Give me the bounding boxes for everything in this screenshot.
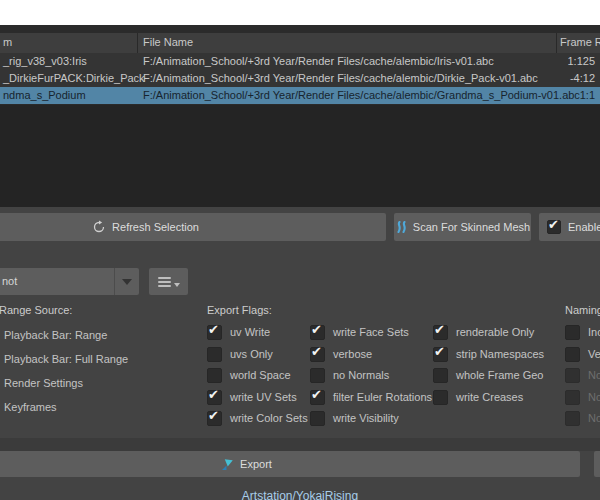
cell-file-name: F:/Animation_School/+3rd Year/Render Fil…: [143, 55, 494, 67]
skinned-mesh-icon: [395, 221, 407, 234]
flag-write-uv-sets[interactable]: write UV Sets: [207, 390, 297, 404]
checkbox[interactable]: [565, 411, 580, 426]
cache-file-table: m File Name Frame Ra _rig_v38_v03:Iris F…: [0, 25, 600, 207]
flag-renderable-only[interactable]: renderable Only: [433, 325, 534, 339]
alembic-exporter-window: m File Name Frame Ra _rig_v38_v03:Iris F…: [0, 0, 600, 500]
checkbox[interactable]: [207, 325, 222, 340]
flag-write-color-sets[interactable]: write Color Sets: [207, 411, 308, 425]
range-option-keyframes[interactable]: Keyframes: [4, 401, 57, 413]
column-header-frame-range: Frame Ra: [560, 36, 600, 48]
flag-filter-euler-rotations[interactable]: filter Euler Rotations: [310, 390, 432, 404]
cut-off-button[interactable]: [594, 451, 600, 477]
dropdown-chevron-zone[interactable]: [114, 268, 139, 295]
scan-skinned-mesh-label: Scan For Skinned Mesh: [413, 221, 530, 233]
checkbox[interactable]: [207, 368, 222, 383]
refresh-icon: [92, 220, 106, 234]
credit-link-row: Artstation/YokaiRising: [0, 486, 600, 500]
table-row[interactable]: ndma_s_Podium F:/Animation_School/+3rd Y…: [0, 87, 600, 105]
cell-item: ndma_s_Podium: [3, 89, 86, 101]
cell-item: _rig_v38_v03:Iris: [3, 55, 87, 67]
cell-frame-range: 1:1: [505, 89, 595, 101]
enable-a-label: Enable A: [568, 221, 600, 233]
cell-file-name: F:/Animation_School/+3rd Year/Render Fil…: [143, 72, 538, 84]
preset-dropdown[interactable]: not: [0, 268, 139, 295]
naming-option-2[interactable]: Ver: [565, 347, 600, 361]
checkbox[interactable]: [310, 347, 325, 362]
enable-a-checkbox-button[interactable]: Enable A: [539, 213, 600, 241]
footer-divider: [0, 438, 600, 451]
flag-uv-write[interactable]: uv Write: [207, 325, 270, 339]
flag-no-normals[interactable]: no Normals: [310, 368, 389, 382]
checkbox[interactable]: [310, 390, 325, 405]
cell-frame-range: 1:125: [505, 55, 595, 67]
checkbox[interactable]: [565, 368, 580, 383]
checkbox[interactable]: [565, 325, 580, 340]
table-row[interactable]: _rig_v38_v03:Iris F:/Animation_School/+3…: [0, 53, 600, 71]
column-header-item: m: [3, 36, 12, 48]
chevron-down-icon: [122, 279, 132, 285]
checkbox[interactable]: [310, 411, 325, 426]
refresh-selection-label: Refresh Selection: [112, 221, 199, 233]
export-button-label: Export: [240, 458, 272, 470]
range-option-render-settings[interactable]: Render Settings: [4, 377, 83, 389]
column-divider: [556, 33, 557, 53]
table-header-row: m File Name Frame Ra: [0, 33, 600, 54]
table-row[interactable]: _DirkieFurPACK:Dirkie_Pack F:/Animation_…: [0, 70, 600, 88]
flag-write-visibility[interactable]: write Visibility: [310, 411, 399, 425]
flag-uvs-only[interactable]: uvs Only: [207, 347, 273, 361]
naming-option-1[interactable]: Incl: [565, 325, 600, 339]
column-header-file-name: File Name: [143, 36, 193, 48]
export-icon: [220, 457, 234, 471]
checkbox[interactable]: [207, 411, 222, 426]
artstation-link[interactable]: Artstation/YokaiRising: [242, 489, 358, 500]
checkbox[interactable]: [565, 347, 580, 362]
naming-option-4[interactable]: Not: [565, 390, 600, 404]
flag-strip-namespaces[interactable]: strip Namespaces: [433, 347, 544, 361]
table-top-border: [0, 25, 600, 33]
flag-write-creases[interactable]: write Creases: [433, 390, 523, 404]
naming-option-5[interactable]: Not: [565, 411, 600, 425]
chevron-down-icon: [174, 283, 180, 287]
flag-world-space[interactable]: world Space: [207, 368, 291, 382]
naming-section-label: Naming: [565, 304, 600, 316]
scan-skinned-mesh-button[interactable]: Scan For Skinned Mesh: [394, 213, 531, 241]
refresh-selection-button[interactable]: Refresh Selection: [0, 213, 386, 241]
flag-verbose[interactable]: verbose: [310, 347, 372, 361]
checkbox[interactable]: [433, 347, 448, 362]
checkbox[interactable]: [433, 325, 448, 340]
checkbox[interactable]: [310, 325, 325, 340]
flag-write-face-sets[interactable]: write Face Sets: [310, 325, 409, 339]
range-option-playback-full-range[interactable]: Playback Bar: Full Range: [4, 353, 128, 365]
checkbox[interactable]: [433, 390, 448, 405]
preset-dropdown-value: not: [2, 275, 17, 287]
export-button[interactable]: Export: [0, 451, 580, 477]
checkbox[interactable]: [565, 390, 580, 405]
checkbox[interactable]: [207, 347, 222, 362]
hamburger-menu-icon: [158, 277, 171, 287]
range-option-playback-range[interactable]: Playback Bar: Range: [4, 329, 107, 341]
enable-a-checkbox[interactable]: [547, 220, 561, 234]
checkbox[interactable]: [207, 390, 222, 405]
naming-option-3[interactable]: Not: [565, 368, 600, 382]
checkbox[interactable]: [310, 368, 325, 383]
preset-menu-button[interactable]: [149, 268, 188, 295]
main-panel: m File Name Frame Ra _rig_v38_v03:Iris F…: [0, 25, 600, 500]
flag-whole-frame-geo[interactable]: whole Frame Geo: [433, 368, 543, 382]
column-divider: [137, 33, 138, 53]
checkbox[interactable]: [433, 368, 448, 383]
range-source-section-label: Range Source:: [0, 304, 72, 316]
cell-frame-range: -4:12: [505, 72, 595, 84]
export-flags-section-label: Export Flags:: [207, 304, 272, 316]
cell-item: _DirkieFurPACK:Dirkie_Pack: [3, 72, 145, 84]
